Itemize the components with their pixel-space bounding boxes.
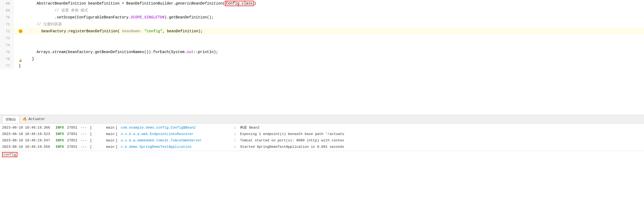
bottom-panel: 控制台 🔥 Actuator 2023-06-10 10:46:19.366 I… (0, 115, 644, 215)
console-logger: o.s.b.a.e.web.EndpointLinksResolver (121, 131, 233, 137)
line-content: .setScope(ConfigurableBeanFactory.SCOPE_… (13, 14, 214, 21)
console-pid: 27851 (67, 125, 79, 131)
code-line-68: 68 AbstractBeanDefinition beanDefinition… (0, 0, 644, 7)
code-editor: 68 AbstractBeanDefinition beanDefinition… (0, 0, 644, 115)
console-message: Started SpringDemoTestApplication in 0.8… (240, 144, 344, 150)
console-pid: 27851 (67, 131, 79, 137)
console-message: Tomcat started on port(s): 8080 (http) w… (240, 138, 344, 144)
console-thread: main (93, 138, 114, 144)
code-token: } (19, 64, 21, 68)
code-token: AbstractBeanDefinition beanDefinition = … (19, 1, 176, 6)
line-content: // 注册到容器 (13, 21, 62, 28)
console-line: 2023-06-10 10:46:19.547 INFO 27851 --- [… (0, 137, 644, 144)
console-timestamp: 2023-06-10 10:46:19.366 (2, 125, 55, 131)
console-bracket-open: [ (90, 138, 92, 144)
console-bracket-close: ] (116, 144, 120, 150)
line-number: 69 (0, 7, 13, 14)
console-timestamp: 2023-06-10 10:46:19.523 (2, 131, 55, 137)
tab-actuator-label: Actuator (29, 117, 45, 121)
tab-actuator[interactable]: 🔥 Actuator (19, 116, 48, 122)
divider (0, 151, 644, 151)
code-token: Config.class (225, 1, 254, 6)
console-thread: main (93, 144, 114, 150)
console-separator: --- (81, 125, 89, 131)
console-thread: main (93, 131, 114, 137)
code-token: ).getBeanDefinition(); (164, 15, 214, 19)
console-thread: main (93, 125, 114, 131)
tab-console[interactable]: 控制台 (2, 116, 19, 123)
console-colon: : (234, 125, 238, 131)
code-token: out (187, 50, 193, 54)
line-number: 70 (0, 14, 13, 21)
code-token: ::println); (193, 50, 218, 54)
console-bracket-close: ] (116, 131, 120, 137)
console-bracket-open: [ (90, 125, 92, 131)
console-pid: 27851 (67, 144, 79, 150)
console-message: 构造 Bean2 (240, 125, 260, 131)
console-timestamp: 2023-06-10 10:46:19.556 (2, 144, 55, 150)
console-level: INFO (55, 138, 66, 144)
code-token: "config" (145, 29, 162, 33)
console-bracket-open: [ (90, 131, 92, 137)
line-number: 72 (0, 28, 13, 35)
line-number: 75 (0, 49, 13, 55)
code-token: // 设置 单例 模式 (19, 8, 88, 13)
line-number: 68 (0, 0, 13, 7)
line-content: // 设置 单例 模式 (13, 7, 88, 14)
console-level: INFO (55, 131, 66, 137)
line-content: } (13, 62, 21, 69)
code-token: Arrays. (19, 50, 52, 54)
console-separator: --- (81, 144, 89, 150)
console-separator: --- (81, 138, 89, 144)
console-logger: o.s.b.w.embedded.tomcat.TomcatWebServer (121, 138, 233, 144)
console-line: 2023-06-10 10:46:19.366 INFO 27851 --- [… (0, 125, 644, 131)
console-content[interactable]: 2023-06-10 10:46:19.366 INFO 27851 --- [… (0, 124, 644, 215)
code-token: (beanFactory.getBeanDefinitionNames()).f… (66, 50, 187, 54)
console-separator: --- (81, 131, 89, 137)
code-line-72: 72 beanFactory.registerBeanDefinition( b… (0, 28, 644, 35)
config-output: config (0, 152, 644, 158)
code-token: // 注册到容器 (19, 22, 62, 26)
line-number: 76 (0, 55, 13, 62)
code-line-71: 71 // 注册到容器 (0, 21, 644, 28)
code-token: SCOPE_SINGLETON (131, 15, 164, 19)
code-line-73: 73 (0, 35, 644, 42)
console-bracket-close: ] (116, 125, 120, 131)
console-level: INFO (55, 125, 66, 131)
panel-tabs: 控制台 🔥 Actuator (0, 115, 644, 124)
actuator-icon: 🔥 (23, 117, 27, 121)
code-line-74: 74 (0, 42, 644, 49)
code-token: beanFactory.registerBeanDefinition( (23, 29, 120, 33)
console-line: 2023-06-10 10:46:19.523 INFO 27851 --- [… (0, 131, 644, 137)
line-content: 🔒 } (13, 55, 34, 62)
code-token: } (23, 57, 34, 61)
code-token: ( (223, 1, 225, 6)
line-number: 71 (0, 21, 13, 28)
code-line-76: 76🔒 } (0, 55, 644, 62)
code-line-77: 77} (0, 62, 644, 69)
code-line-70: 70 .setScope(ConfigurableBeanFactory.SCO… (0, 14, 644, 21)
line-content: Arrays.stream(beanFactory.getBeanDefinit… (13, 49, 218, 55)
code-token: , beanDefinition); (162, 29, 203, 33)
code-token: .setScope(ConfigurableBeanFactory. (19, 15, 131, 19)
line-content: beanFactory.registerBeanDefinition( bean… (13, 28, 203, 35)
console-line: 2023-06-10 10:46:19.556 INFO 27851 --- [… (0, 144, 644, 150)
console-bracket-close: ] (116, 138, 120, 144)
code-line-69: 69 // 设置 单例 模式 (0, 7, 644, 14)
console-bracket-open: [ (90, 144, 92, 150)
breakpoint-dot (19, 29, 22, 33)
console-logger: com.example.demo.config.Config$Bean2 (121, 125, 233, 131)
console-colon: : (234, 144, 238, 150)
code-token: beanName: (120, 29, 144, 33)
config-red-box: config (2, 152, 17, 157)
code-token: ) (254, 1, 256, 6)
console-message: Exposing 1 endpoint(s) beneath base path… (240, 131, 344, 137)
line-content: AbstractBeanDefinition beanDefinition = … (13, 0, 256, 7)
console-level: INFO (55, 144, 66, 150)
line-number: 73 (0, 35, 13, 42)
line-number: 74 (0, 42, 13, 49)
line-number: 77 (0, 62, 13, 69)
console-colon: : (234, 131, 238, 137)
code-token: stream (52, 50, 66, 54)
console-colon: : (234, 138, 238, 144)
